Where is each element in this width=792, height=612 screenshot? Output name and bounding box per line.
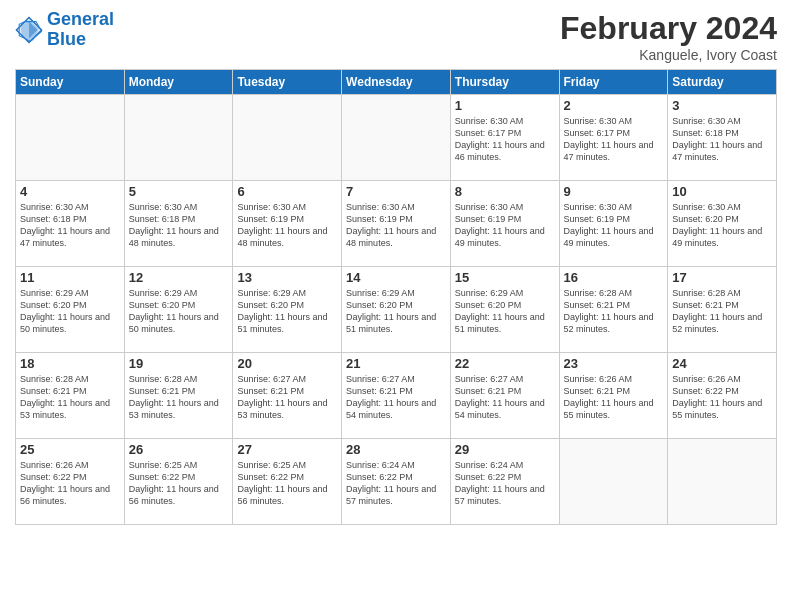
day-info: Sunrise: 6:29 AM Sunset: 6:20 PM Dayligh… — [455, 287, 555, 336]
day-info: Sunrise: 6:30 AM Sunset: 6:17 PM Dayligh… — [564, 115, 664, 164]
day-number: 1 — [455, 98, 555, 113]
day-number: 4 — [20, 184, 120, 199]
day-info: Sunrise: 6:29 AM Sunset: 6:20 PM Dayligh… — [346, 287, 446, 336]
calendar-cell: 24Sunrise: 6:26 AM Sunset: 6:22 PM Dayli… — [668, 353, 777, 439]
calendar-cell: 8Sunrise: 6:30 AM Sunset: 6:19 PM Daylig… — [450, 181, 559, 267]
day-number: 8 — [455, 184, 555, 199]
calendar-cell — [16, 95, 125, 181]
day-info: Sunrise: 6:30 AM Sunset: 6:18 PM Dayligh… — [20, 201, 120, 250]
day-info: Sunrise: 6:30 AM Sunset: 6:18 PM Dayligh… — [672, 115, 772, 164]
day-info: Sunrise: 6:24 AM Sunset: 6:22 PM Dayligh… — [455, 459, 555, 508]
calendar-cell: 15Sunrise: 6:29 AM Sunset: 6:20 PM Dayli… — [450, 267, 559, 353]
logo: General Blue — [15, 10, 114, 50]
day-number: 6 — [237, 184, 337, 199]
col-thursday: Thursday — [450, 70, 559, 95]
day-info: Sunrise: 6:30 AM Sunset: 6:19 PM Dayligh… — [455, 201, 555, 250]
calendar-table: Sunday Monday Tuesday Wednesday Thursday… — [15, 69, 777, 525]
calendar-cell — [233, 95, 342, 181]
calendar-cell: 13Sunrise: 6:29 AM Sunset: 6:20 PM Dayli… — [233, 267, 342, 353]
day-number: 10 — [672, 184, 772, 199]
day-info: Sunrise: 6:24 AM Sunset: 6:22 PM Dayligh… — [346, 459, 446, 508]
header: General Blue February 2024 Kanguele, Ivo… — [15, 10, 777, 63]
day-info: Sunrise: 6:27 AM Sunset: 6:21 PM Dayligh… — [346, 373, 446, 422]
day-info: Sunrise: 6:27 AM Sunset: 6:21 PM Dayligh… — [237, 373, 337, 422]
day-info: Sunrise: 6:25 AM Sunset: 6:22 PM Dayligh… — [237, 459, 337, 508]
day-number: 27 — [237, 442, 337, 457]
calendar-week-0: 1Sunrise: 6:30 AM Sunset: 6:17 PM Daylig… — [16, 95, 777, 181]
day-number: 11 — [20, 270, 120, 285]
calendar-cell: 23Sunrise: 6:26 AM Sunset: 6:21 PM Dayli… — [559, 353, 668, 439]
day-number: 2 — [564, 98, 664, 113]
calendar-cell: 21Sunrise: 6:27 AM Sunset: 6:21 PM Dayli… — [342, 353, 451, 439]
main-title: February 2024 — [560, 10, 777, 47]
title-block: February 2024 Kanguele, Ivory Coast — [560, 10, 777, 63]
day-number: 5 — [129, 184, 229, 199]
day-number: 23 — [564, 356, 664, 371]
calendar-cell — [124, 95, 233, 181]
day-number: 22 — [455, 356, 555, 371]
day-info: Sunrise: 6:29 AM Sunset: 6:20 PM Dayligh… — [20, 287, 120, 336]
day-number: 3 — [672, 98, 772, 113]
calendar-cell: 2Sunrise: 6:30 AM Sunset: 6:17 PM Daylig… — [559, 95, 668, 181]
calendar-cell: 4Sunrise: 6:30 AM Sunset: 6:18 PM Daylig… — [16, 181, 125, 267]
col-sunday: Sunday — [16, 70, 125, 95]
day-number: 26 — [129, 442, 229, 457]
day-number: 14 — [346, 270, 446, 285]
calendar-cell: 28Sunrise: 6:24 AM Sunset: 6:22 PM Dayli… — [342, 439, 451, 525]
calendar-week-2: 11Sunrise: 6:29 AM Sunset: 6:20 PM Dayli… — [16, 267, 777, 353]
calendar-week-3: 18Sunrise: 6:28 AM Sunset: 6:21 PM Dayli… — [16, 353, 777, 439]
day-info: Sunrise: 6:28 AM Sunset: 6:21 PM Dayligh… — [672, 287, 772, 336]
day-number: 17 — [672, 270, 772, 285]
calendar-cell: 1Sunrise: 6:30 AM Sunset: 6:17 PM Daylig… — [450, 95, 559, 181]
day-number: 20 — [237, 356, 337, 371]
calendar-cell — [559, 439, 668, 525]
day-info: Sunrise: 6:28 AM Sunset: 6:21 PM Dayligh… — [564, 287, 664, 336]
logo-icon — [15, 16, 43, 44]
day-number: 9 — [564, 184, 664, 199]
calendar-cell: 25Sunrise: 6:26 AM Sunset: 6:22 PM Dayli… — [16, 439, 125, 525]
calendar-cell: 11Sunrise: 6:29 AM Sunset: 6:20 PM Dayli… — [16, 267, 125, 353]
calendar-week-1: 4Sunrise: 6:30 AM Sunset: 6:18 PM Daylig… — [16, 181, 777, 267]
col-friday: Friday — [559, 70, 668, 95]
day-info: Sunrise: 6:26 AM Sunset: 6:22 PM Dayligh… — [20, 459, 120, 508]
col-monday: Monday — [124, 70, 233, 95]
calendar-cell: 12Sunrise: 6:29 AM Sunset: 6:20 PM Dayli… — [124, 267, 233, 353]
day-number: 7 — [346, 184, 446, 199]
day-number: 15 — [455, 270, 555, 285]
calendar-cell: 20Sunrise: 6:27 AM Sunset: 6:21 PM Dayli… — [233, 353, 342, 439]
calendar-cell: 5Sunrise: 6:30 AM Sunset: 6:18 PM Daylig… — [124, 181, 233, 267]
day-number: 25 — [20, 442, 120, 457]
calendar-cell: 22Sunrise: 6:27 AM Sunset: 6:21 PM Dayli… — [450, 353, 559, 439]
calendar-cell: 26Sunrise: 6:25 AM Sunset: 6:22 PM Dayli… — [124, 439, 233, 525]
day-number: 19 — [129, 356, 229, 371]
day-info: Sunrise: 6:30 AM Sunset: 6:19 PM Dayligh… — [237, 201, 337, 250]
calendar-cell: 29Sunrise: 6:24 AM Sunset: 6:22 PM Dayli… — [450, 439, 559, 525]
col-wednesday: Wednesday — [342, 70, 451, 95]
day-info: Sunrise: 6:26 AM Sunset: 6:21 PM Dayligh… — [564, 373, 664, 422]
day-info: Sunrise: 6:28 AM Sunset: 6:21 PM Dayligh… — [20, 373, 120, 422]
day-number: 13 — [237, 270, 337, 285]
calendar-cell: 3Sunrise: 6:30 AM Sunset: 6:18 PM Daylig… — [668, 95, 777, 181]
day-info: Sunrise: 6:30 AM Sunset: 6:17 PM Dayligh… — [455, 115, 555, 164]
calendar-cell: 16Sunrise: 6:28 AM Sunset: 6:21 PM Dayli… — [559, 267, 668, 353]
calendar-cell: 17Sunrise: 6:28 AM Sunset: 6:21 PM Dayli… — [668, 267, 777, 353]
calendar-header-row: Sunday Monday Tuesday Wednesday Thursday… — [16, 70, 777, 95]
day-info: Sunrise: 6:30 AM Sunset: 6:19 PM Dayligh… — [564, 201, 664, 250]
day-number: 12 — [129, 270, 229, 285]
calendar-cell: 9Sunrise: 6:30 AM Sunset: 6:19 PM Daylig… — [559, 181, 668, 267]
calendar-cell: 18Sunrise: 6:28 AM Sunset: 6:21 PM Dayli… — [16, 353, 125, 439]
calendar-cell: 19Sunrise: 6:28 AM Sunset: 6:21 PM Dayli… — [124, 353, 233, 439]
logo-line2: Blue — [47, 30, 114, 50]
subtitle: Kanguele, Ivory Coast — [560, 47, 777, 63]
day-info: Sunrise: 6:26 AM Sunset: 6:22 PM Dayligh… — [672, 373, 772, 422]
day-info: Sunrise: 6:30 AM Sunset: 6:19 PM Dayligh… — [346, 201, 446, 250]
calendar-week-4: 25Sunrise: 6:26 AM Sunset: 6:22 PM Dayli… — [16, 439, 777, 525]
day-info: Sunrise: 6:29 AM Sunset: 6:20 PM Dayligh… — [129, 287, 229, 336]
day-info: Sunrise: 6:30 AM Sunset: 6:20 PM Dayligh… — [672, 201, 772, 250]
col-tuesday: Tuesday — [233, 70, 342, 95]
calendar-cell: 10Sunrise: 6:30 AM Sunset: 6:20 PM Dayli… — [668, 181, 777, 267]
calendar-cell — [668, 439, 777, 525]
day-number: 29 — [455, 442, 555, 457]
day-info: Sunrise: 6:28 AM Sunset: 6:21 PM Dayligh… — [129, 373, 229, 422]
day-info: Sunrise: 6:30 AM Sunset: 6:18 PM Dayligh… — [129, 201, 229, 250]
